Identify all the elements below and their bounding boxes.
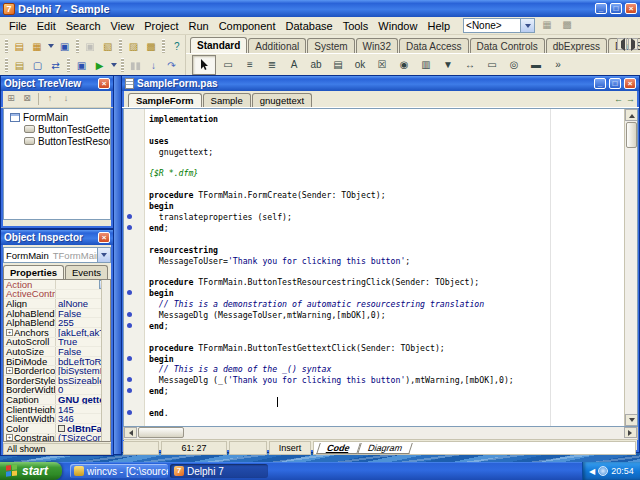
minimize-button[interactable]: _ [595,3,607,14]
editor-tab-sample[interactable]: Sample [203,93,251,107]
toggle-form-unit-button[interactable]: ⇄ [47,57,64,73]
edit-component[interactable]: ab [306,56,326,74]
tree-item-buttontestresourcestring[interactable]: ButtonTestResourcestring [6,135,108,147]
new-item-icon[interactable]: ⊞ [4,92,18,106]
open-project-button[interactable]: ▧ [99,38,116,54]
radiogroup-component[interactable]: ◎ [504,56,524,74]
trace-into-button[interactable]: ↓ [145,57,162,73]
menu-file[interactable]: File [4,18,32,34]
palette-tab-win32[interactable]: Win32 [356,38,398,53]
popupmenu-component[interactable]: ≣ [262,56,282,74]
menu-help[interactable]: Help [422,18,455,34]
toolbar-grip[interactable] [67,58,70,72]
run-button-dropdown-icon[interactable] [109,57,118,73]
editor-maximize-button[interactable]: □ [609,78,621,89]
scrollbar-component[interactable]: ↔ [460,56,480,74]
property-row-action[interactable]: Action [4,280,110,290]
menu-component[interactable]: Component [214,18,281,34]
menu-tools[interactable]: Tools [338,18,374,34]
view-unit-button[interactable]: ▤ [11,57,28,73]
inspector-tab-events[interactable]: Events [65,265,108,279]
bottom-tab-diagram[interactable]: Diagram [357,443,413,454]
inspector-combo-dropdown-icon[interactable] [98,247,111,263]
inspector-tab-properties[interactable]: Properties [3,265,64,279]
palette-tab-additional[interactable]: Additional [248,38,306,53]
scroll-right-icon[interactable] [624,427,637,438]
vertical-scroll-thumb[interactable] [626,122,637,148]
property-row-alphablend[interactable]: AlphaBlendFalse [4,309,110,319]
pause-button[interactable]: ▮▮ [127,57,144,73]
listbox-component[interactable]: ▥ [416,56,436,74]
combobox-component[interactable]: ▼ [438,56,458,74]
taskbar-button-delphi[interactable]: 7Delphi 7 [170,464,268,478]
toolbar-grip[interactable] [5,39,8,53]
menu-window[interactable]: Window [373,18,422,34]
save-button[interactable]: ▣ [56,38,73,54]
property-row-clientwidth[interactable]: ClientWidth346 [4,414,110,424]
scroll-up-icon[interactable] [625,109,638,121]
editor-tab-gnugettext[interactable]: gnugettext [252,93,312,107]
tree-item-formmain[interactable]: FormMain [6,111,108,123]
browse-forward-icon[interactable]: → [626,94,635,104]
save-desktop-icon[interactable]: ▩ [559,18,575,33]
mainmenu-component[interactable]: ≡ [240,56,260,74]
menu-edit[interactable]: Edit [32,18,61,34]
browse-back-icon[interactable]: ← [614,94,623,104]
panel-component[interactable]: ▬ [526,56,546,74]
move-down-icon[interactable]: ↓ [59,92,73,106]
toolbar-grip[interactable] [76,39,79,53]
property-row-borderwidth[interactable]: BorderWidth0 [4,386,110,396]
menu-search[interactable]: Search [61,18,106,34]
menu-database[interactable]: Database [281,18,338,34]
palette-tab-dbexpress[interactable]: dbExpress [546,38,607,53]
combo-dropdown-icon[interactable] [521,18,535,33]
save-all-button[interactable]: ▣ [82,38,99,54]
property-row-borderstyle[interactable]: BorderStylebsSizeable [4,376,110,386]
open-button-dropdown-icon[interactable] [46,38,55,54]
remove-file-button[interactable]: ▩ [143,38,160,54]
expand-icon[interactable]: + [6,367,13,374]
expand-icon[interactable]: + [6,434,13,441]
treeview-close-button[interactable]: × [98,78,110,89]
run-button[interactable]: ▶ [91,57,108,73]
property-row-bordericons[interactable]: +BorderIcons[biSystemMenu, [4,366,110,376]
add-file-button[interactable]: ▨ [125,38,142,54]
editor-horizontal-scrollbar[interactable] [123,427,638,440]
memo-component[interactable]: ▤ [328,56,348,74]
menu-project[interactable]: Project [139,18,183,34]
new-form-button[interactable]: ▣ [73,57,90,73]
toolbar-grip[interactable] [119,39,122,53]
desktop-layout-combo[interactable]: <None> [463,18,535,33]
step-over-button[interactable]: ↷ [163,57,180,73]
toolbar-grip[interactable] [121,58,124,72]
taskbar-button-wincvs[interactable]: wincvs - [C:\source\d... [70,464,168,478]
menu-run[interactable]: Run [183,18,213,34]
palette-tab-data-access[interactable]: Data Access [399,38,469,53]
main-title-bar[interactable]: 7 Delphi 7 - Sample _ □ × [0,0,640,17]
palette-tab-data-controls[interactable]: Data Controls [470,38,545,53]
open-button[interactable]: ▦ [29,38,46,54]
editor-title-bar[interactable]: SampleForm.pas _ □ × [122,76,639,91]
delete-item-icon[interactable]: ⊠ [20,92,34,106]
editor-tab-sampleform[interactable]: SampleForm [128,93,202,107]
groupbox-component[interactable]: ▭ [482,56,502,74]
property-row-autosize[interactable]: AutoSizeFalse [4,347,110,357]
expand-icon[interactable]: + [6,329,13,336]
inspector-title-bar[interactable]: Object Inspector × [1,230,113,245]
frames-component[interactable]: ▭ [218,56,238,74]
tree-item-buttontestgettext[interactable]: ButtonTestGettext [6,123,108,135]
view-form-button[interactable]: ▢ [29,57,46,73]
property-row-bidimode[interactable]: BiDiModebdLeftToRight [4,357,110,367]
toolbar-grip[interactable] [5,58,8,72]
scroll-left-icon[interactable] [124,427,137,438]
editor-vertical-scrollbar[interactable] [624,109,637,426]
tray-status-icon[interactable] [598,466,608,476]
radiobutton-component[interactable]: ◉ [394,56,414,74]
menu-view[interactable]: View [106,18,140,34]
code-area[interactable]: implementationuses gnugettext;{$R *.dfm}… [123,108,638,427]
palette-tab-system[interactable]: System [307,38,354,53]
bottom-tab-code[interactable]: Code [316,443,360,454]
inspector-scrollbar[interactable] [101,280,110,441]
treeview-title-bar[interactable]: Object TreeView × [1,76,113,91]
help-contents-button[interactable]: ? [168,38,185,54]
